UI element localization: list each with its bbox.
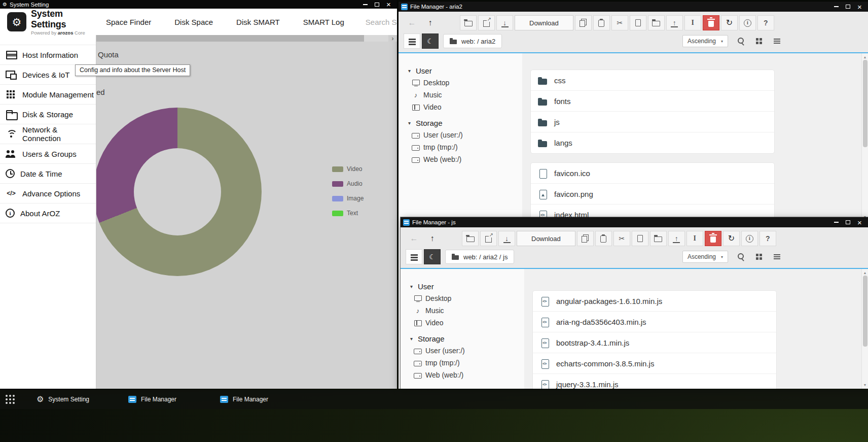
scrollbar-thumb[interactable]	[863, 276, 867, 347]
vertical-scrollbar[interactable]: ▲ ▼	[861, 53, 868, 221]
rename-button[interactable]: I	[684, 15, 701, 30]
settings-tab[interactable]: SMART Log	[303, 18, 344, 26]
settings-tab[interactable]: Space Finder	[106, 18, 151, 26]
grid-view-button[interactable]	[750, 33, 767, 49]
sidebar-item-advance-options[interactable]: </> Advance Options	[0, 184, 96, 203]
grid-view-button[interactable]	[750, 249, 767, 264]
file-row[interactable]: langs	[531, 132, 774, 153]
taskbar-item-file-manager-1[interactable]: File Manager	[114, 390, 206, 409]
file-row[interactable]: angular-packages-1.6.10.min.js	[533, 291, 776, 312]
tree-group-storage[interactable]: ▾ Storage	[407, 117, 522, 129]
maximize-button[interactable]	[842, 2, 854, 12]
tree-item-desktop[interactable]: Desktop	[407, 77, 522, 89]
maximize-button[interactable]	[842, 217, 854, 227]
open-in-new-button[interactable]	[478, 15, 495, 30]
info-button[interactable]: i	[741, 231, 758, 246]
theme-toggle-button[interactable]: ☾	[424, 249, 441, 264]
tree-item-tmp-drive[interactable]: tmp (tmp:/)	[407, 141, 522, 153]
app-drawer-icon[interactable]	[5, 394, 15, 404]
system-settings-titlebar[interactable]: ⚙ System Setting ×	[0, 0, 397, 9]
copy-button[interactable]	[577, 231, 594, 246]
up-button[interactable]: ↑	[424, 231, 441, 246]
breadcrumb[interactable]: web: / aria2 / js	[445, 250, 514, 264]
taskbar-item-system-setting[interactable]: ⚙ System Setting	[22, 390, 114, 409]
search-button[interactable]	[732, 33, 749, 49]
help-button[interactable]: ?	[760, 231, 776, 246]
tree-item-music[interactable]: ♪ Music	[407, 89, 522, 101]
file-row[interactable]: favicon.png	[531, 184, 774, 205]
vertical-scrollbar[interactable]: ▲ ▼	[861, 269, 868, 389]
tree-item-video[interactable]: Video	[407, 101, 522, 113]
tree-item-user-drive[interactable]: User (user:/)	[407, 129, 522, 141]
paste-button[interactable]	[595, 231, 612, 246]
tree-item-tmp-drive[interactable]: tmp (tmp:/)	[409, 357, 524, 369]
cut-button[interactable]: ✂	[613, 231, 630, 246]
search-button[interactable]	[732, 249, 749, 264]
sidebar-item-date-time[interactable]: Date & Time	[0, 164, 96, 184]
minimize-button[interactable]	[359, 0, 371, 9]
refresh-button[interactable]: ↻	[721, 15, 738, 30]
download-icon-button[interactable]: ↓	[498, 231, 515, 246]
theme-toggle-button[interactable]: ☾	[422, 33, 439, 49]
open-folder-button[interactable]	[462, 231, 479, 246]
file-row[interactable]: css	[531, 70, 774, 91]
menu-button[interactable]	[406, 249, 422, 264]
minimize-button[interactable]	[830, 2, 842, 12]
info-button[interactable]: i	[739, 15, 756, 30]
sidebar-item-network-connection[interactable]: Network & Connection	[0, 124, 96, 144]
open-folder-button[interactable]	[460, 15, 477, 30]
download-button[interactable]: Download	[515, 15, 573, 30]
upload-button[interactable]: ↑	[668, 231, 685, 246]
back-button[interactable]: ←	[404, 15, 420, 30]
tree-item-user-drive[interactable]: User (user:/)	[409, 345, 524, 357]
close-button[interactable]: ×	[854, 217, 865, 227]
tree-item-music[interactable]: ♪ Music	[409, 304, 524, 317]
tree-item-video[interactable]: Video	[409, 317, 524, 329]
paste-button[interactable]	[593, 15, 610, 30]
back-button[interactable]: ←	[406, 231, 422, 246]
sort-order-select[interactable]: Ascending ▾	[682, 251, 728, 263]
hscroll-right-arrow[interactable]: ›	[388, 35, 397, 42]
list-view-button[interactable]	[769, 249, 785, 264]
help-button[interactable]: ?	[757, 15, 774, 30]
upload-button[interactable]: ↑	[666, 15, 683, 30]
settings-tab[interactable]: Disk SMART	[236, 18, 280, 26]
scroll-down-icon[interactable]: ▼	[863, 382, 867, 388]
new-file-button[interactable]	[630, 15, 646, 30]
sidebar-item-host-information[interactable]: Host Information	[0, 45, 96, 65]
close-button[interactable]: ×	[854, 2, 865, 12]
settings-search-input[interactable]: Search Settings...	[366, 18, 397, 26]
breadcrumb[interactable]: web: / aria2	[443, 34, 502, 48]
cut-button[interactable]: ✂	[611, 15, 628, 30]
file-row[interactable]: favicon.ico	[531, 163, 774, 184]
horizontal-scrollbar[interactable]: ›	[96, 35, 397, 42]
new-file-button[interactable]	[632, 231, 648, 246]
refresh-button[interactable]: ↻	[723, 231, 740, 246]
file-row[interactable]: echarts-common-3.8.5.min.js	[533, 353, 776, 374]
tree-item-web-drive[interactable]: Web (web:/)	[409, 369, 524, 381]
sidebar-item-users-groups[interactable]: Users & Groups	[0, 144, 96, 164]
sidebar-item-module-management[interactable]: Module Management	[0, 85, 96, 105]
menu-button[interactable]	[404, 33, 420, 49]
new-folder-button[interactable]	[648, 15, 665, 30]
copy-button[interactable]	[575, 15, 592, 30]
new-folder-button[interactable]	[650, 231, 667, 246]
scroll-up-icon[interactable]: ▲	[863, 54, 867, 60]
hscroll-thumb[interactable]	[96, 35, 364, 42]
fm1-titlebar[interactable]: File Manager - aria2 ×	[399, 2, 868, 12]
rename-button[interactable]: I	[686, 231, 703, 246]
tree-item-web-drive[interactable]: Web (web:/)	[407, 153, 522, 165]
scroll-up-icon[interactable]: ▲	[863, 270, 867, 276]
sidebar-item-disk-storage[interactable]: Disk & Storage	[0, 105, 96, 124]
tree-item-desktop[interactable]: Desktop	[409, 292, 524, 304]
file-row[interactable]: bootstrap-3.4.1.min.js	[533, 332, 776, 353]
scrollbar-thumb[interactable]	[863, 60, 867, 147]
file-row[interactable]: aria-ng-da5356c403.min.js	[533, 312, 776, 332]
file-row[interactable]: jquery-3.3.1.min.js	[533, 374, 776, 389]
close-button[interactable]: ×	[383, 0, 394, 9]
sidebar-item-about-aroz[interactable]: i About ArOZ	[0, 203, 96, 223]
file-row[interactable]: js	[531, 112, 774, 132]
sort-order-select[interactable]: Ascending ▾	[682, 35, 728, 47]
download-button[interactable]: Download	[517, 231, 575, 246]
list-view-button[interactable]	[769, 33, 785, 49]
